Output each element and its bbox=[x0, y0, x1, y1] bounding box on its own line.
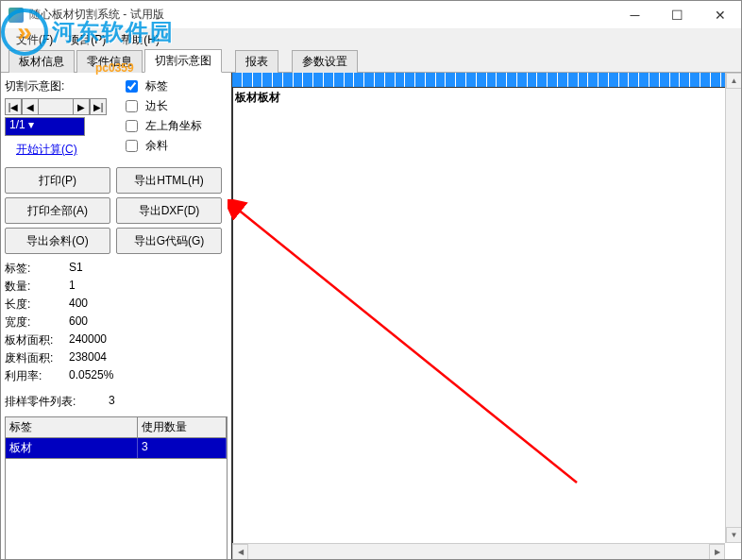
info-len-key: 长度: bbox=[5, 297, 69, 313]
print-button[interactable]: 打印(P) bbox=[5, 167, 110, 194]
info-area-key: 板材面积: bbox=[5, 332, 69, 348]
scrollbar-vertical[interactable]: ▲ ▼ bbox=[725, 73, 741, 543]
info-label-key: 标签: bbox=[5, 261, 69, 277]
tab-part-info[interactable]: 零件信息 bbox=[76, 50, 143, 73]
ruler bbox=[232, 73, 741, 88]
section-title: 切割示意图: bbox=[5, 76, 107, 96]
scroll-up-icon[interactable]: ▲ bbox=[726, 73, 742, 89]
scrollbar-horizontal[interactable]: ◀ ▶ bbox=[232, 543, 725, 559]
start-calc-link[interactable]: 开始计算(C) bbox=[5, 136, 107, 163]
window-title: 随心板材切割系统 - 试用版 bbox=[29, 7, 614, 23]
export-html-button[interactable]: 导出HTML(H) bbox=[116, 167, 222, 194]
app-icon bbox=[8, 8, 24, 23]
scroll-down-icon[interactable]: ▼ bbox=[726, 527, 742, 543]
tab-cut-diagram[interactable]: 切割示意图 bbox=[144, 49, 222, 73]
export-dxf-button[interactable]: 导出DXF(D) bbox=[116, 197, 222, 224]
menu-help[interactable]: 帮助(H) bbox=[113, 30, 167, 50]
nav-first-button[interactable]: |◀ bbox=[5, 98, 22, 115]
menu-project[interactable]: 项目(P) bbox=[60, 30, 113, 50]
info-waste-key: 废料面积: bbox=[5, 350, 69, 366]
info-parts-key: 排样零件列表: bbox=[5, 394, 109, 410]
checkbox-label[interactable] bbox=[126, 80, 138, 93]
nav-next-button[interactable]: ▶ bbox=[73, 98, 90, 115]
menu-file[interactable]: 文件(F) bbox=[8, 30, 60, 50]
minimize-button[interactable]: ─ bbox=[614, 1, 656, 29]
export-scrap-button[interactable]: 导出余料(O) bbox=[5, 228, 110, 254]
info-wid-key: 宽度: bbox=[5, 314, 69, 331]
table-header-label[interactable]: 标签 bbox=[6, 417, 138, 437]
scroll-left-icon[interactable]: ◀ bbox=[232, 544, 248, 560]
table-row[interactable]: 板材 3 bbox=[6, 438, 227, 458]
info-util-key: 利用率: bbox=[5, 368, 69, 384]
print-all-button[interactable]: 打印全部(A) bbox=[5, 197, 110, 224]
checkbox-coord[interactable] bbox=[126, 120, 138, 132]
nav-prev-button[interactable]: ◀ bbox=[22, 98, 39, 115]
close-button[interactable]: ✕ bbox=[699, 1, 741, 29]
tab-board-info[interactable]: 板材信息 bbox=[8, 50, 75, 73]
checkbox-scrap[interactable] bbox=[126, 140, 138, 152]
table-header-qty[interactable]: 使用数量 bbox=[138, 417, 227, 437]
diagram-label: 板材板材 bbox=[235, 90, 280, 106]
scroll-right-icon[interactable]: ▶ bbox=[709, 544, 725, 560]
info-qty-key: 数量: bbox=[5, 279, 69, 295]
tab-report[interactable]: 报表 bbox=[235, 50, 278, 73]
tab-settings[interactable]: 参数设置 bbox=[292, 50, 358, 73]
checkbox-edge[interactable] bbox=[126, 100, 138, 112]
page-selector[interactable]: 1/1 ▾ bbox=[5, 117, 85, 136]
maximize-button[interactable]: ☐ bbox=[656, 1, 699, 29]
nav-last-button[interactable]: ▶| bbox=[90, 98, 107, 115]
parts-table: 标签 使用数量 板材 3 bbox=[5, 416, 228, 560]
diagram-area[interactable]: 板材板材 bbox=[232, 88, 741, 559]
export-gcode-button[interactable]: 导出G代码(G) bbox=[116, 228, 222, 254]
